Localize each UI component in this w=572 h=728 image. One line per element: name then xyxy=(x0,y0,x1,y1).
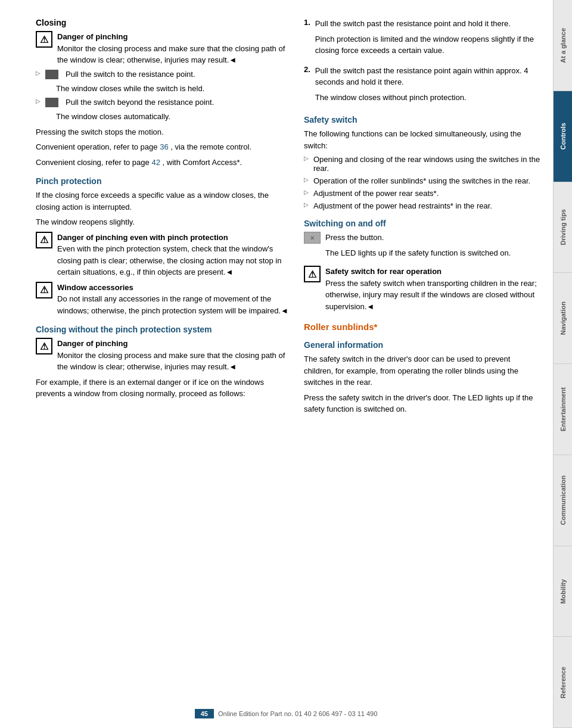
step-1-content: Pull the switch past the resistance poin… xyxy=(315,18,541,60)
sidebar-label-driving-tips: Driving tips xyxy=(559,209,567,245)
convenient2-rest: , with Comfort Access*. xyxy=(163,158,243,167)
arrow-text-1: Pull the switch to the resistance point. xyxy=(66,70,195,79)
bullet-text-2: Operation of the roller sunblinds* using… xyxy=(313,176,530,185)
sidebar-label-mobility: Mobility xyxy=(559,579,567,604)
triangle-5: ▷ xyxy=(304,189,309,195)
main-content: Closing ⚠ Danger of pinching Monitor the… xyxy=(0,0,553,728)
warning-title-5: Safety switch for rear operation xyxy=(325,266,541,278)
general-info-title: General information xyxy=(304,340,541,350)
sidebar-item-mobility[interactable]: Mobility xyxy=(554,546,572,637)
arrow-sub-1: The window closes while the switch is he… xyxy=(56,83,292,95)
led-text: The LED lights up if the safety function… xyxy=(325,247,511,259)
arrow-sub-2: The window closes automatically. xyxy=(56,111,292,123)
step-2: 2. Pull the switch past the resistance p… xyxy=(304,65,541,107)
safety-switch-title: Safety switch xyxy=(304,115,541,125)
page-link-36[interactable]: 36 xyxy=(160,142,168,151)
warning-box-5: ⚠ Safety switch for rear operation Press… xyxy=(304,266,541,312)
sidebar-label-reference: Reference xyxy=(559,667,567,698)
triangle-1: ▷ xyxy=(36,70,41,76)
sidebar-item-navigation[interactable]: Navigation xyxy=(554,273,572,364)
general-text2: Press the safety switch in the driver's … xyxy=(304,392,541,415)
step-2-text2: The window closes without pinch protecti… xyxy=(315,92,541,104)
convenient2-text: Convenient closing, refer to page xyxy=(36,158,150,167)
switch-icon-2 xyxy=(45,98,58,107)
warning-body-2: Even with the pinch protection system, c… xyxy=(57,243,292,278)
switching-text: Press the button. The LED lights up if t… xyxy=(325,232,511,262)
step-1-text2: Pinch protection is limited and the wind… xyxy=(315,33,541,57)
bullet-text-1: Opening and closing of the rear windows … xyxy=(313,155,541,173)
sidebar-label-entertainment: Entertainment xyxy=(559,387,567,431)
warning-body-1: Monitor the closing process and make sur… xyxy=(57,43,292,66)
bullet-item-3: ▷ Adjustment of the power rear seats*. xyxy=(304,189,541,198)
bullet-item-4: ▷ Adjustment of the power head restraint… xyxy=(304,201,541,210)
warning-title-2: Danger of pinching even with pinch prote… xyxy=(57,232,292,244)
step-2-num: 2. xyxy=(304,65,310,107)
warning-box-3: ⚠ Window accessories Do not install any … xyxy=(36,282,292,317)
sidebar-label-at-a-glance: At a glance xyxy=(559,28,567,63)
safety-button-icon: ✕ xyxy=(304,232,321,244)
sidebar-item-at-a-glance[interactable]: At a glance xyxy=(554,0,572,91)
convenient1: Convenient operation, refer to page 36 ,… xyxy=(36,141,292,153)
sidebar-item-driving-tips[interactable]: Driving tips xyxy=(554,182,572,273)
triangle-4: ▷ xyxy=(304,176,309,183)
sidebar-item-communication[interactable]: Communication xyxy=(554,455,572,546)
warning-body-5: Press the safety switch when transportin… xyxy=(325,278,541,313)
arrow-item-1: ▷ Pull the switch to the resistance poin… xyxy=(36,70,292,79)
pressing-text: Pressing the switch stops the motion. xyxy=(36,126,292,138)
step-1-text1: Pull the switch past the resistance poin… xyxy=(315,18,541,30)
pinch-protection-title: Pinch protection xyxy=(36,176,292,186)
page-number: 45 xyxy=(195,709,214,718)
closing-title: Closing xyxy=(36,18,292,27)
arrow-item-2: ▷ Pull the switch beyond the resistance … xyxy=(36,98,292,107)
pinch-text-1: If the closing force exceeds a specific … xyxy=(36,189,292,213)
footer-text: Online Edition for Part no. 01 40 2 606 … xyxy=(218,710,377,717)
press-text: Press the button. xyxy=(325,232,511,244)
warning-box-4: ⚠ Danger of pinching Monitor the closing… xyxy=(36,338,292,373)
warning-title-1: Danger of pinching xyxy=(57,31,292,43)
sidebar-label-communication: Communication xyxy=(559,475,567,525)
example-text: For example, if there is an external dan… xyxy=(36,377,292,400)
warning-box-1: ⚠ Danger of pinching Monitor the closing… xyxy=(36,31,292,66)
triangle-6: ▷ xyxy=(304,201,309,208)
sidebar: At a glance Controls Driving tips Naviga… xyxy=(553,0,572,728)
sidebar-item-entertainment[interactable]: Entertainment xyxy=(554,364,572,455)
warning-title-3: Window accessories xyxy=(57,282,292,294)
warning-text-3: Window accessories Do not install any ac… xyxy=(57,282,292,317)
triangle-3: ▷ xyxy=(304,155,309,161)
sidebar-item-controls[interactable]: Controls xyxy=(554,91,572,182)
warning-title-4: Danger of pinching xyxy=(57,338,292,350)
page-footer: 45 Online Edition for Part no. 01 40 2 6… xyxy=(0,709,572,718)
convenient2: Convenient closing, refer to page 42 , w… xyxy=(36,157,292,169)
warning-body-4: Monitor the closing process and make sur… xyxy=(57,350,292,373)
switch-icon-1 xyxy=(45,70,58,79)
pinch-text-2: The window reopens slightly. xyxy=(36,216,292,228)
numbered-list: 1. Pull the switch past the resistance p… xyxy=(304,18,541,107)
warning-box-2: ⚠ Danger of pinching even with pinch pro… xyxy=(36,232,292,278)
warning-text-5: Safety switch for rear operation Press t… xyxy=(325,266,541,312)
sidebar-label-controls: Controls xyxy=(559,123,567,150)
closing-no-pinch-title: Closing without the pinch protection sys… xyxy=(36,325,292,334)
bullet-text-4: Adjustment of the power head restraints*… xyxy=(313,201,492,210)
switching-box: ✕ Press the button. The LED lights up if… xyxy=(304,232,541,262)
convenient1-rest: , via the remote control. xyxy=(170,142,251,151)
danger-icon-1: ⚠ xyxy=(36,31,52,48)
safety-switch-text1: The following functions can be locked si… xyxy=(304,128,541,151)
danger-icon-2: ⚠ xyxy=(36,232,52,248)
convenient1-text: Convenient operation, refer to page xyxy=(36,142,158,151)
warning-text-4: Danger of pinching Monitor the closing p… xyxy=(57,338,292,373)
step-1: 1. Pull the switch past the resistance p… xyxy=(304,18,541,60)
triangle-2: ▷ xyxy=(36,98,41,104)
warning-text-1: Danger of pinching Monitor the closing p… xyxy=(57,31,292,66)
bullet-text-3: Adjustment of the power rear seats*. xyxy=(313,189,439,198)
step-2-content: Pull the switch past the resistance poin… xyxy=(315,65,541,107)
general-text1: The safety switch in the driver's door c… xyxy=(304,353,541,388)
left-column: Closing ⚠ Danger of pinching Monitor the… xyxy=(36,18,292,710)
sidebar-label-navigation: Navigation xyxy=(559,301,567,335)
right-column: 1. Pull the switch past the resistance p… xyxy=(304,18,541,710)
bullet-item-1: ▷ Opening and closing of the rear window… xyxy=(304,155,541,173)
bullet-item-2: ▷ Operation of the roller sunblinds* usi… xyxy=(304,176,541,185)
danger-icon-3: ⚠ xyxy=(36,282,52,298)
page-link-42[interactable]: 42 xyxy=(151,158,160,167)
roller-title: Roller sunblinds* xyxy=(304,322,541,332)
danger-icon-5: ⚠ xyxy=(304,266,321,282)
